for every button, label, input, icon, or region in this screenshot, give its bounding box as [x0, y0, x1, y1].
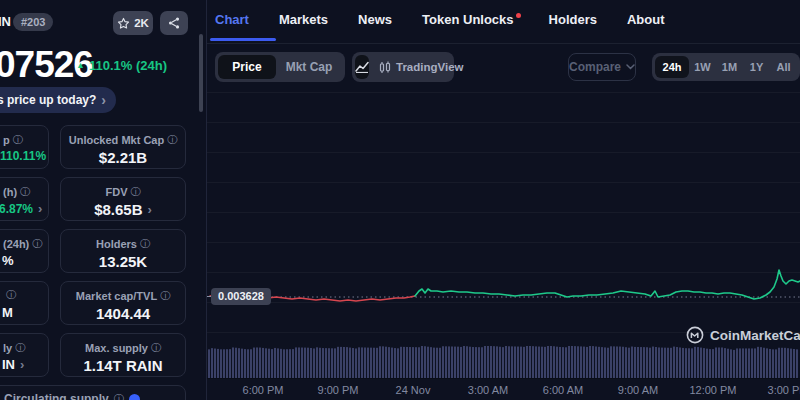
stat-value: 13.25K: [61, 253, 185, 270]
token-ticker: IN: [0, 14, 11, 29]
watchlist-count: 2K: [134, 17, 149, 29]
stat-title: (24h): [3, 238, 29, 250]
supply-chart-icon[interactable]: [129, 394, 140, 400]
volume-baseline: [207, 378, 800, 379]
rank-badge: #203: [13, 13, 53, 31]
why-price-up-label: N's price up today?: [0, 93, 96, 107]
x-axis-label: 3:00 AM: [448, 384, 528, 396]
stat-value: IN: [2, 357, 15, 372]
x-axis-label: 12:00 PM: [673, 384, 753, 396]
x-axis: 6:00 PM9:00 PM24 Nov3:00 AM6:00 AM9:00 A…: [207, 384, 800, 400]
stat-title: Max. supply: [85, 342, 148, 354]
info-icon[interactable]: ⓘ: [13, 135, 23, 145]
stat-card-market-cap[interactable]: pⓘ 110.11%: [0, 125, 49, 169]
x-axis-label: 6:00 PM: [223, 384, 303, 396]
info-icon[interactable]: ⓘ: [32, 239, 42, 249]
stat-card-holders[interactable]: Holdersⓘ 13.25K: [60, 229, 186, 273]
x-axis-label: 9:00 AM: [598, 384, 678, 396]
x-axis-label: 9:00 PM: [298, 384, 378, 396]
chevron-right-icon: ›: [148, 202, 152, 217]
stat-value: M: [2, 305, 13, 320]
stat-card-total-supply[interactable]: ⓘ M: [0, 281, 49, 325]
coinmarketcap-logo-icon: [686, 326, 704, 344]
x-axis-label: 24 Nov: [373, 384, 453, 396]
stat-card-volume-24h[interactable]: (h)ⓘ 6.87% ›: [0, 177, 49, 221]
stat-title: Market cap/TVL: [76, 290, 157, 302]
chevron-right-icon: ›: [38, 201, 42, 216]
watermark: CoinMarketCap: [686, 326, 800, 344]
info-icon[interactable]: ⓘ: [114, 394, 124, 400]
x-axis-label: 6:00 AM: [523, 384, 603, 396]
token-page: IN #203 2K 07526 ▲ 110.1% (24h) N's pric…: [0, 0, 800, 400]
watchlist-button[interactable]: 2K: [113, 11, 153, 35]
stat-title: FDV: [106, 186, 128, 198]
share-button[interactable]: [160, 11, 188, 35]
stat-title: Unlocked Mkt Cap: [69, 134, 164, 146]
star-icon: [117, 17, 130, 30]
price-change-24h: ▲ 110.1% (24h): [76, 58, 167, 73]
stat-value: 1404.44: [61, 305, 185, 322]
stat-title: Holders: [96, 238, 137, 250]
info-icon[interactable]: ⓘ: [151, 343, 161, 353]
up-arrow-icon: ▲: [76, 61, 85, 70]
why-price-up-pill[interactable]: N's price up today? ›: [0, 87, 116, 113]
stat-value: $2.21B: [61, 149, 185, 166]
info-icon[interactable]: ⓘ: [15, 343, 25, 353]
share-icon: [167, 16, 181, 30]
stat-card-fdv[interactable]: FDVⓘ $8.65B ›: [60, 177, 186, 221]
stat-title: p: [3, 134, 10, 146]
stat-title: ly: [3, 342, 12, 354]
chevron-right-icon: ›: [101, 92, 106, 108]
stat-value: 110.11%: [0, 149, 46, 163]
info-icon[interactable]: ⓘ: [20, 187, 30, 197]
open-price-label: 0.003628: [211, 288, 271, 305]
stat-card-mktcap-tvl[interactable]: Market cap/TVLⓘ 1404.44: [60, 281, 186, 325]
stat-title: (h): [3, 186, 17, 198]
price-line-chart[interactable]: [207, 88, 800, 340]
stat-card-self-reported-supply[interactable]: lyⓘ IN ›: [0, 333, 49, 377]
info-icon[interactable]: ⓘ: [167, 135, 177, 145]
volume-bars: [207, 344, 800, 378]
stat-card-max-supply[interactable]: Max. supplyⓘ 1.14T RAIN: [60, 333, 186, 377]
stat-card-circulating-supply[interactable]: Circulating supply ⓘ: [0, 385, 186, 400]
price-above-open: [415, 270, 800, 299]
stat-value: 1.14T RAIN: [61, 357, 185, 374]
watermark-text: CoinMarketCap: [710, 328, 800, 343]
info-icon[interactable]: ⓘ: [131, 187, 141, 197]
x-axis-label: 3:00 PM: [748, 384, 800, 396]
chevron-right-icon: ›: [20, 357, 24, 372]
info-icon[interactable]: ⓘ: [140, 239, 150, 249]
sidebar-scrollbar[interactable]: [199, 34, 203, 112]
stat-value: 6.87%: [0, 202, 33, 216]
stat-title: Circulating supply: [4, 392, 109, 400]
stat-card-unlocked-mktcap[interactable]: Unlocked Mkt Capⓘ $2.21B: [60, 125, 186, 169]
price-change-value: 110.1% (24h): [89, 58, 167, 73]
info-icon[interactable]: ⓘ: [6, 290, 16, 300]
stat-card-vol-mktcap[interactable]: (24h)ⓘ %: [0, 229, 49, 273]
stat-value: $8.65B: [94, 201, 142, 218]
stat-value: %: [2, 253, 14, 268]
info-icon[interactable]: ⓘ: [160, 291, 170, 301]
